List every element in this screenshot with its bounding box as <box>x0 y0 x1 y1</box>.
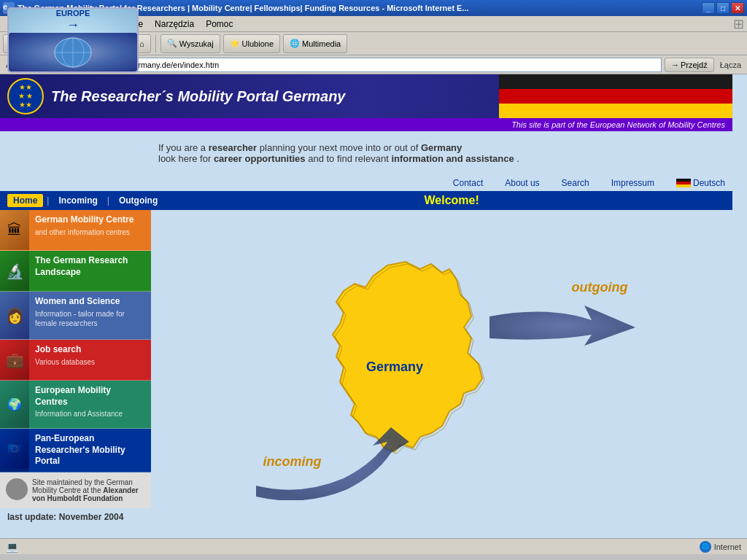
sidebar-thumb-4: 💼 <box>0 340 29 380</box>
internet-globe-icon: 🌐 <box>700 541 711 553</box>
go-button[interactable]: → Przejdź <box>665 58 714 72</box>
main-nav-area: Home | Incoming | Outgoing Welcome! <box>0 191 732 210</box>
sidebar-title-3: Women and Science <box>35 296 145 308</box>
menu-narzedzia[interactable]: Narzędzia <box>149 18 200 31</box>
welcome-text-3: look here for <box>158 153 214 164</box>
address-field[interactable] <box>49 61 658 69</box>
sidebar-title-2: The German Research Landscape <box>35 255 145 278</box>
site-header: ★★★ ★★★ The Researcher´s Mobility Portal… <box>0 74 732 118</box>
go-arrow-icon: → <box>671 61 679 69</box>
sidebar-title-5: European Mobility Centres <box>35 385 145 408</box>
notice-text: This site is part of the European Networ… <box>511 120 725 129</box>
nav-top: Contact About us Search Impressum Deutsc… <box>0 175 732 191</box>
mini-german-flag <box>676 179 691 187</box>
globe-toolbar-icon: 🌐 <box>290 39 300 48</box>
sidebar-item-women-science[interactable]: 👩 Women and Science Information - tailor… <box>0 292 151 340</box>
sidebar-item-research-landscape[interactable]: 🔬 The German Research Landscape <box>0 251 151 292</box>
sidebar-content-2: The German Research Landscape <box>29 251 151 291</box>
flag-red-stripe <box>499 89 732 104</box>
flag-gold-stripe <box>499 104 732 118</box>
flag-black-stripe <box>499 74 732 89</box>
maximize-button[interactable]: □ <box>716 2 729 14</box>
sidebar-sub-5: Information and Assistance <box>35 409 145 419</box>
welcome-bold-info: information and assistance <box>391 153 514 164</box>
close-button[interactable]: ✕ <box>731 2 744 14</box>
sidebar-thumb-5: 🌍 <box>0 381 29 428</box>
multimedia-button[interactable]: 🌐 Multimedia <box>283 34 347 53</box>
browser-content[interactable]: ★★★ ★★★ The Researcher´s Mobility Portal… <box>0 74 747 538</box>
sidebar-sub-4: Various databases <box>35 357 145 367</box>
nav-outgoing[interactable]: Outgoing <box>113 195 163 206</box>
header-content-area: EUROPE → If you are a <box>0 131 732 175</box>
go-label: Przejdź <box>681 61 708 69</box>
home-icon: ⌂ <box>139 39 144 48</box>
welcome-bold-researcher: researcher <box>209 142 258 153</box>
thumb-image-1: 🏛 <box>0 210 29 250</box>
status-ready: 💻 <box>6 541 18 553</box>
deutsch-link[interactable]: Deutsch <box>676 178 725 188</box>
mini-flag-gold <box>676 184 691 187</box>
status-bar: 💻 🌐 Internet <box>0 538 747 554</box>
thumb-image-4: 💼 <box>0 340 29 380</box>
favorites-label: Ulubione <box>242 39 274 48</box>
german-flag <box>499 74 732 118</box>
sidebar-thumb-3: 👩 <box>0 292 29 339</box>
last-update-text: last update: November 2004 <box>7 512 123 522</box>
about-link[interactable]: About us <box>505 178 539 188</box>
map-area: outgoing <box>241 229 643 506</box>
search-icon: 🔍 <box>167 39 177 48</box>
contact-link[interactable]: Contact <box>453 178 483 188</box>
sidebar-content-1: German Mobility Centre and other informa… <box>29 210 151 250</box>
welcome-bold-career: career opportunities <box>214 153 306 164</box>
favorites-button[interactable]: ⭐ Ulubione <box>223 34 280 53</box>
sidebar-item-german-mobility[interactable]: 🏛 German Mobility Centre and other infor… <box>0 210 151 251</box>
nav-sep-1: | <box>47 195 49 206</box>
deutsch-text[interactable]: Deutsch <box>693 178 725 188</box>
sidebar-content-4: Job search Various databases <box>29 340 151 380</box>
welcome-paragraph: If you are a researcher planning your ne… <box>158 142 519 164</box>
left-sidebar: 🏛 German Mobility Centre and other infor… <box>0 210 151 526</box>
window-controls: _ □ ✕ <box>702 2 744 14</box>
welcome-text-1: If you are a <box>158 142 209 153</box>
thumb-image-3: 👩 <box>0 292 29 339</box>
sidebar-item-job-search[interactable]: 💼 Job search Various databases <box>0 340 151 381</box>
sidebar-item-pan-european[interactable]: 🇪🇺 Pan-European Researcher's Mobility Po… <box>0 429 151 472</box>
thumb-image-2: 🔬 <box>0 251 29 291</box>
toolbar-separator <box>155 35 156 52</box>
links-label: Łącza <box>717 61 744 69</box>
outgoing-label: outgoing <box>572 280 628 295</box>
welcome-text-area: If you are a researcher planning your ne… <box>151 131 534 175</box>
impressum-link[interactable]: Impressum <box>611 178 654 188</box>
welcome-text-5: . <box>516 153 519 164</box>
welcome-text-2: planning your next move into or out of <box>260 142 421 153</box>
last-update: last update: November 2004 <box>0 508 151 526</box>
sidebar-thumb-2: 🔬 <box>0 251 29 291</box>
sponsor-avatar <box>6 478 28 500</box>
notice-bar: This site is part of the European Networ… <box>0 118 732 131</box>
minimize-button[interactable]: _ <box>702 2 715 14</box>
main-content: outgoing <box>151 210 732 526</box>
thumb-image-6: 🇪🇺 <box>0 429 29 469</box>
sidebar-thumb-1: 🏛 <box>0 210 29 250</box>
menu-pomoc[interactable]: Pomoc <box>200 18 239 31</box>
sidebar-title-4: Job search <box>35 344 145 356</box>
thumb-image-5: 🌍 <box>0 381 29 428</box>
status-icon: 💻 <box>6 541 18 553</box>
sidebar-sub-3: Information - tailor made for female res… <box>35 309 145 328</box>
welcome-text-4: and to find relevant <box>308 153 391 164</box>
site-wrapper: ★★★ ★★★ The Researcher´s Mobility Portal… <box>0 74 732 526</box>
sidebar-title-1: German Mobility Centre <box>35 214 145 226</box>
nav-incoming[interactable]: Incoming <box>53 195 103 206</box>
search-link[interactable]: Search <box>562 178 589 188</box>
sidebar-content-6: Pan-European Researcher's Mobility Porta… <box>29 429 151 472</box>
sidebar-content-3: Women and Science Information - tailor m… <box>29 292 151 339</box>
internet-label: Internet <box>714 542 741 551</box>
europe-image-area: EUROPE → <box>0 131 151 175</box>
sponsor-box: Site maintained by the German Mobility C… <box>0 472 151 508</box>
sponsor-text: Site maintained by the German Mobility C… <box>32 478 145 502</box>
status-internet-zone: 🌐 Internet <box>700 541 741 553</box>
nav-home[interactable]: Home <box>7 194 43 207</box>
sidebar-item-european-mobility[interactable]: 🌍 European Mobility Centres Information … <box>0 381 151 429</box>
site-title: The Researcher´s Mobility Portal Germany <box>51 88 345 105</box>
search-button[interactable]: 🔍 Wyszukaj <box>160 34 220 53</box>
